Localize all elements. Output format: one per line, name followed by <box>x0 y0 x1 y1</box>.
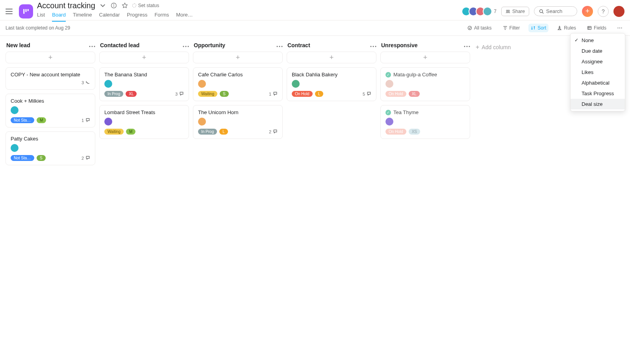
card[interactable]: Black Dahlia BakeryOn HoldL5 <box>287 67 376 101</box>
sort-option-assignee[interactable]: Assignee <box>571 56 625 67</box>
global-add-button[interactable]: + <box>582 6 593 17</box>
card[interactable]: The Unicorn HornIn ProgL2 <box>193 105 283 139</box>
sort-option-none[interactable]: None <box>571 35 625 46</box>
comment-icon <box>85 155 90 161</box>
card[interactable]: COPY - New account template3 <box>6 67 95 90</box>
svg-point-19 <box>94 46 95 47</box>
top-header: Account tracking Set status ListBoardTim… <box>0 0 630 20</box>
all-tasks-button[interactable]: All tasks <box>465 24 494 32</box>
svg-point-14 <box>617 28 618 28</box>
assignee-avatar[interactable] <box>104 80 112 88</box>
filter-button[interactable]: Filter <box>500 24 523 32</box>
tab-calendar[interactable]: Calendar <box>99 12 120 22</box>
column-unresponsive: Unresponsive+Mata-gulp-a CoffeeOn HoldXL… <box>380 41 470 143</box>
add-card-button[interactable]: + <box>287 52 376 63</box>
chevron-down-icon[interactable] <box>99 2 106 9</box>
column-more-icon[interactable] <box>370 42 376 48</box>
card-title: COPY - New account template <box>11 72 90 78</box>
svg-point-8 <box>540 9 543 13</box>
svg-point-24 <box>279 46 280 47</box>
member-avatars[interactable]: 7 <box>461 7 497 16</box>
comment-icon <box>179 91 184 97</box>
hamburger-icon[interactable] <box>6 7 15 16</box>
tag: On Hold <box>385 91 406 97</box>
tag: L <box>315 91 324 97</box>
assignee-avatar[interactable] <box>385 80 393 88</box>
sort-option-task-progress[interactable]: Task Progress <box>571 88 625 99</box>
card-tags: On HoldXS <box>385 129 420 135</box>
svg-point-5 <box>113 4 114 4</box>
subtasks-icon <box>85 80 90 85</box>
svg-point-29 <box>464 46 465 47</box>
tab-board[interactable]: Board <box>52 12 66 22</box>
help-button[interactable]: ? <box>598 6 609 17</box>
add-card-button[interactable]: + <box>380 52 470 63</box>
sort-option-deal-size[interactable]: Deal size <box>571 99 625 109</box>
tab-progress[interactable]: Progress <box>127 12 147 22</box>
card-meta: 2 <box>269 129 278 135</box>
card-title: Black Dahlia Bakery <box>292 72 371 78</box>
assignee-avatar[interactable] <box>11 106 19 114</box>
column-title: New lead <box>6 42 30 48</box>
card-tags: In ProgXL <box>104 91 137 97</box>
add-card-button[interactable]: + <box>6 52 95 63</box>
svg-point-15 <box>619 28 620 28</box>
svg-point-23 <box>277 46 278 47</box>
svg-rect-0 <box>23 9 24 14</box>
more-icon[interactable] <box>615 24 624 32</box>
card-meta: 2 <box>82 155 90 161</box>
star-icon[interactable] <box>121 2 128 9</box>
card[interactable]: Tea ThymeOn HoldXS <box>380 105 470 139</box>
assignee-avatar[interactable] <box>11 144 19 152</box>
column-more-icon[interactable] <box>464 42 470 48</box>
tab-timeline[interactable]: Timeline <box>73 12 92 22</box>
column-more-icon[interactable] <box>183 42 189 48</box>
assignee-avatar[interactable] <box>198 80 206 88</box>
sort-option-likes[interactable]: Likes <box>571 67 625 78</box>
column-title: Unresponsive <box>381 42 418 48</box>
sort-option-due-date[interactable]: Due date <box>571 46 625 56</box>
card-title: Cafe Charlie Carlos <box>198 72 278 78</box>
column-more-icon[interactable] <box>276 42 283 48</box>
status-text: Last task completed on Aug 29 <box>6 25 70 31</box>
card[interactable]: Cafe Charlie CarlosWaitingS1 <box>193 67 283 101</box>
project-icon[interactable] <box>19 4 33 18</box>
sort-button[interactable]: Sort <box>528 24 548 32</box>
set-status-button[interactable]: Set status <box>132 3 159 8</box>
assignee-avatar[interactable] <box>104 118 112 126</box>
search-input[interactable]: Search <box>534 6 577 16</box>
assignee-avatar[interactable] <box>198 118 206 126</box>
svg-point-18 <box>92 46 93 47</box>
share-button[interactable]: Share <box>501 7 529 16</box>
svg-point-28 <box>375 46 376 47</box>
card-meta: 1 <box>82 118 90 123</box>
tab-list[interactable]: List <box>37 12 45 22</box>
tab-forms[interactable]: Forms <box>154 12 169 22</box>
fields-button[interactable]: Fields <box>585 24 609 32</box>
add-card-button[interactable]: + <box>99 52 189 63</box>
tag: On Hold <box>385 129 406 135</box>
tab-more[interactable]: More… <box>176 12 193 22</box>
column-more-icon[interactable] <box>89 42 95 48</box>
assignee-avatar[interactable] <box>292 80 300 88</box>
card-meta: 3 <box>175 91 184 97</box>
card-title: Mata-gulp-a Coffee <box>385 72 465 78</box>
assignee-avatar[interactable] <box>385 118 393 126</box>
add-column-button[interactable]: +Add column <box>474 41 512 54</box>
card-tags: On HoldL <box>292 91 323 97</box>
card[interactable]: Mata-gulp-a CoffeeOn HoldXL <box>380 67 470 101</box>
user-avatar[interactable] <box>613 6 624 17</box>
add-card-button[interactable]: + <box>193 52 283 63</box>
project-tabs: ListBoardTimelineCalendarProgressFormsMo… <box>37 12 458 22</box>
tag: M <box>37 117 46 123</box>
card[interactable]: Lombard Street TreatsWaitingM <box>99 105 189 139</box>
comment-icon <box>85 118 90 123</box>
sort-option-alphabetical[interactable]: Alphabetical <box>571 78 625 88</box>
card[interactable]: The Banana StandIn ProgXL3 <box>99 67 189 101</box>
project-title[interactable]: Account tracking <box>37 1 95 10</box>
tag: Waiting <box>104 129 124 135</box>
card[interactable]: Cook + MilkiesNot Star…M1 <box>6 94 95 127</box>
rules-button[interactable]: Rules <box>555 24 578 32</box>
info-icon[interactable] <box>110 2 117 9</box>
card[interactable]: Patty CakesNot Star…S2 <box>6 131 95 165</box>
